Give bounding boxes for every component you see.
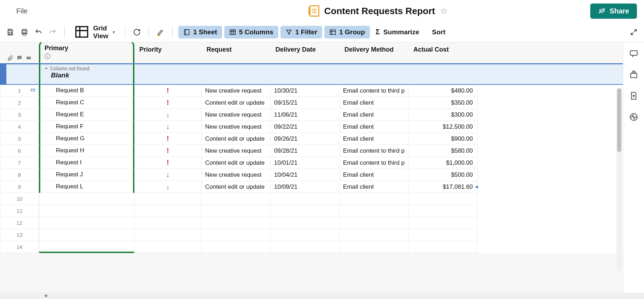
cell-request[interactable]: Content edit or update xyxy=(202,133,271,145)
row-number[interactable]: 7 xyxy=(0,157,39,169)
sheet-pill[interactable]: 1 Sheet xyxy=(178,26,222,39)
view-selector[interactable]: Grid View ▼ xyxy=(70,22,119,42)
group-handle[interactable] xyxy=(0,64,6,84)
group-pill[interactable]: 1 Group xyxy=(324,26,370,39)
cell-priority[interactable]: ! xyxy=(134,85,202,97)
cell-delivery-date[interactable] xyxy=(271,241,340,253)
cell-priority[interactable]: ↓ xyxy=(134,121,202,133)
cell-actual-cost[interactable] xyxy=(408,217,477,229)
refresh-icon[interactable] xyxy=(131,26,143,38)
table-row[interactable]: 9Request L↓Content edit or update10/09/2… xyxy=(0,181,623,193)
table-row[interactable]: 4Request F↓New creative request09/22/21E… xyxy=(0,121,623,133)
undo-icon[interactable] xyxy=(33,26,45,38)
row-number[interactable]: 10 xyxy=(0,193,39,205)
cell-priority[interactable]: ! xyxy=(134,133,202,145)
table-row-empty[interactable]: 11 xyxy=(0,205,623,217)
cell-priority[interactable]: ↓ xyxy=(134,181,202,193)
cell-primary[interactable]: Request C xyxy=(39,97,134,109)
cell-primary[interactable] xyxy=(39,229,134,241)
cell-request[interactable]: New creative request xyxy=(202,85,271,97)
columns-pill[interactable]: 5 Columns xyxy=(224,26,278,39)
cell-delivery-method[interactable] xyxy=(340,205,408,217)
table-row[interactable]: 6Request H!New creative request09/28/21E… xyxy=(0,145,623,157)
table-row[interactable]: 2Request C!Content edit or update09/15/2… xyxy=(0,97,623,109)
cell-priority[interactable]: ! xyxy=(134,157,202,169)
cell-delivery-date[interactable]: 09/15/21 xyxy=(271,97,340,109)
cell-priority[interactable] xyxy=(134,193,202,205)
cell-actual-cost[interactable]: $350.00 xyxy=(408,97,477,109)
table-row[interactable]: 8Request J↓New creative request10/04/21E… xyxy=(0,169,623,181)
row-number[interactable]: 5 xyxy=(0,133,39,145)
column-header-primary[interactable]: Primary i xyxy=(39,42,134,63)
column-header-priority[interactable]: Priority xyxy=(134,42,202,63)
cell-delivery-date[interactable] xyxy=(271,229,340,241)
summarize-button[interactable]: Σ Summarize xyxy=(372,26,423,38)
cell-delivery-date[interactable]: 10/04/21 xyxy=(271,169,340,181)
cell-delivery-method[interactable]: Email content to third p xyxy=(340,157,408,169)
vertical-scrollbar[interactable] xyxy=(616,88,622,271)
expand-icon[interactable] xyxy=(628,26,640,38)
cell-priority[interactable]: ↓ xyxy=(134,169,202,181)
cell-primary[interactable]: Request L xyxy=(39,181,134,193)
cell-primary[interactable]: Request H xyxy=(39,145,134,157)
cell-priority[interactable] xyxy=(134,217,202,229)
cell-delivery-date[interactable]: 10/01/21 xyxy=(271,157,340,169)
cell-primary[interactable]: Request E xyxy=(39,109,134,121)
horizontal-scrollbar[interactable]: ◀ xyxy=(0,293,644,299)
cell-delivery-method[interactable]: Email content to third p xyxy=(340,145,408,157)
cell-request[interactable] xyxy=(202,241,271,253)
cell-primary[interactable] xyxy=(39,205,134,217)
cell-request[interactable]: New creative request xyxy=(202,109,271,121)
scroll-left-icon[interactable]: ◀ xyxy=(42,293,48,299)
cell-priority[interactable] xyxy=(134,229,202,241)
stack-icon[interactable] xyxy=(629,70,638,81)
cell-actual-cost[interactable]: $17,081.60◀ xyxy=(408,181,477,193)
cell-primary[interactable] xyxy=(39,193,134,205)
file-menu[interactable]: File xyxy=(13,6,30,17)
conversations-icon[interactable] xyxy=(629,49,638,59)
cell-primary[interactable]: Request G xyxy=(39,133,134,145)
row-number[interactable]: 9 xyxy=(0,181,39,193)
row-number[interactable]: 3 xyxy=(0,109,39,121)
cell-delivery-method[interactable]: Email client xyxy=(340,133,408,145)
cell-priority[interactable]: ! xyxy=(134,97,202,109)
cell-actual-cost[interactable]: $480.00 xyxy=(408,85,477,97)
row-number[interactable]: 6 xyxy=(0,145,39,157)
cell-actual-cost[interactable]: $12,500.00 xyxy=(408,121,477,133)
cell-delivery-method[interactable] xyxy=(340,193,408,205)
filter-pill[interactable]: 1 Filter xyxy=(280,26,322,39)
cell-actual-cost[interactable]: $900.00 xyxy=(408,133,477,145)
redo-icon[interactable] xyxy=(47,26,59,38)
cell-actual-cost[interactable] xyxy=(408,241,477,253)
row-number[interactable]: 2 xyxy=(0,97,39,109)
cell-priority[interactable] xyxy=(134,205,202,217)
table-row-empty[interactable]: 13 xyxy=(0,229,623,241)
column-header-actual-cost[interactable]: Actual Cost xyxy=(408,42,477,63)
table-row[interactable]: 5Request G!Content edit or update09/26/2… xyxy=(0,133,623,145)
cell-request[interactable]: New creative request xyxy=(202,145,271,157)
column-header-delivery-date[interactable]: Delivery Date xyxy=(271,42,340,63)
cell-primary[interactable] xyxy=(39,217,134,229)
cell-delivery-date[interactable]: 10/09/21 xyxy=(271,181,340,193)
row-number[interactable]: 11 xyxy=(0,205,39,217)
cell-request[interactable] xyxy=(202,229,271,241)
cell-delivery-method[interactable]: Email client xyxy=(340,97,408,109)
table-row-empty[interactable]: 14 xyxy=(0,241,623,253)
row-number[interactable]: 4 xyxy=(0,121,39,133)
cell-request[interactable]: Content edit or update xyxy=(202,157,271,169)
cell-primary[interactable]: Request B xyxy=(39,85,134,97)
table-row-empty[interactable]: 12 xyxy=(0,217,623,229)
favorite-star-icon[interactable]: ☆ xyxy=(440,6,448,16)
attachments-panel-icon[interactable] xyxy=(629,91,638,102)
cell-delivery-method[interactable]: Email client xyxy=(340,121,408,133)
table-row-empty[interactable]: 10 xyxy=(0,193,623,205)
cell-actual-cost[interactable] xyxy=(408,205,477,217)
cell-primary[interactable]: Request J xyxy=(39,169,134,181)
print-icon[interactable] xyxy=(18,26,30,38)
cell-delivery-method[interactable] xyxy=(340,217,408,229)
cell-delivery-date[interactable]: 09/28/21 xyxy=(271,145,340,157)
activity-log-icon[interactable] xyxy=(629,112,638,123)
group-header-row[interactable]: Column not found Blank xyxy=(0,64,623,85)
cell-request[interactable]: New creative request xyxy=(202,169,271,181)
row-number[interactable]: 14 xyxy=(0,241,39,253)
